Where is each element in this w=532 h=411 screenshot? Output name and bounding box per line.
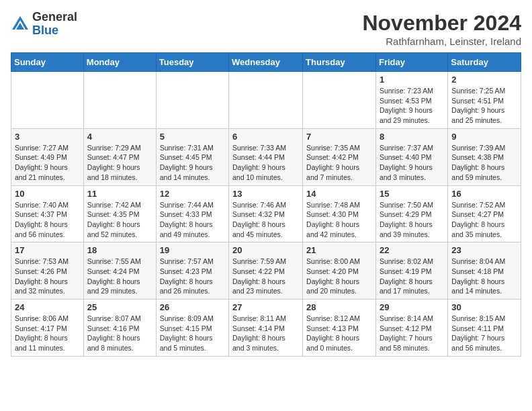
day-cell (11, 72, 84, 129)
day-info: Sunrise: 7:50 AM Sunset: 4:29 PM Dayligh… (380, 200, 444, 240)
day-info: Sunrise: 7:55 AM Sunset: 4:24 PM Dayligh… (87, 257, 152, 296)
day-info: Sunrise: 7:31 AM Sunset: 4:45 PM Dayligh… (160, 143, 225, 183)
day-cell: 10Sunrise: 7:40 AM Sunset: 4:37 PM Dayli… (11, 185, 84, 242)
day-cell: 13Sunrise: 7:46 AM Sunset: 4:32 PM Dayli… (229, 185, 303, 242)
day-cell: 11Sunrise: 7:42 AM Sunset: 4:35 PM Dayli… (83, 185, 156, 242)
title-section: November 2024 Rathfarnham, Leinster, Ire… (362, 11, 521, 47)
day-cell: 22Sunrise: 8:02 AM Sunset: 4:19 PM Dayli… (375, 242, 447, 300)
day-info: Sunrise: 8:09 AM Sunset: 4:15 PM Dayligh… (160, 314, 225, 353)
day-number: 17 (15, 245, 80, 255)
day-number: 8 (380, 132, 444, 142)
day-cell: 2Sunrise: 7:25 AM Sunset: 4:51 PM Daylig… (448, 72, 521, 129)
day-number: 13 (232, 189, 299, 199)
day-cell (229, 72, 303, 129)
calendar-table: SundayMondayTuesdayWednesdayThursdayFrid… (11, 52, 521, 357)
day-number: 19 (160, 245, 225, 255)
logo-general: General (32, 11, 77, 24)
day-cell: 25Sunrise: 8:07 AM Sunset: 4:16 PM Dayli… (83, 300, 156, 357)
week-row-3: 10Sunrise: 7:40 AM Sunset: 4:37 PM Dayli… (11, 185, 521, 242)
day-cell: 12Sunrise: 7:44 AM Sunset: 4:33 PM Dayli… (156, 185, 228, 242)
day-number: 18 (87, 245, 152, 255)
day-info: Sunrise: 8:15 AM Sunset: 4:11 PM Dayligh… (451, 314, 517, 353)
logo-icon (11, 15, 30, 34)
day-cell: 1Sunrise: 7:23 AM Sunset: 4:53 PM Daylig… (375, 72, 447, 129)
day-number: 14 (306, 189, 372, 199)
week-row-2: 3Sunrise: 7:27 AM Sunset: 4:49 PM Daylig… (11, 128, 521, 185)
day-cell: 20Sunrise: 7:59 AM Sunset: 4:22 PM Dayli… (229, 242, 303, 300)
month-title: November 2024 (362, 11, 521, 36)
day-number: 27 (232, 302, 299, 312)
day-cell: 21Sunrise: 8:00 AM Sunset: 4:20 PM Dayli… (303, 242, 376, 300)
day-info: Sunrise: 7:59 AM Sunset: 4:22 PM Dayligh… (232, 257, 299, 296)
day-number: 25 (87, 302, 152, 312)
day-cell: 24Sunrise: 8:06 AM Sunset: 4:17 PM Dayli… (11, 300, 84, 357)
day-number: 22 (380, 245, 444, 255)
day-info: Sunrise: 7:57 AM Sunset: 4:23 PM Dayligh… (160, 257, 225, 296)
day-cell: 14Sunrise: 7:48 AM Sunset: 4:30 PM Dayli… (303, 185, 376, 242)
column-header-tuesday: Tuesday (156, 53, 228, 72)
day-info: Sunrise: 7:46 AM Sunset: 4:32 PM Dayligh… (232, 200, 299, 240)
day-info: Sunrise: 7:33 AM Sunset: 4:44 PM Dayligh… (232, 143, 299, 183)
day-number: 15 (380, 189, 444, 199)
day-info: Sunrise: 8:07 AM Sunset: 4:16 PM Dayligh… (87, 314, 152, 353)
logo-text: General Blue (32, 11, 77, 38)
day-cell: 16Sunrise: 7:52 AM Sunset: 4:27 PM Dayli… (448, 185, 521, 242)
day-cell: 15Sunrise: 7:50 AM Sunset: 4:29 PM Dayli… (375, 185, 447, 242)
day-number: 29 (380, 302, 444, 312)
day-number: 24 (15, 302, 80, 312)
day-cell (156, 72, 228, 129)
day-number: 23 (451, 245, 517, 255)
week-row-1: 1Sunrise: 7:23 AM Sunset: 4:53 PM Daylig… (11, 72, 521, 129)
day-info: Sunrise: 7:35 AM Sunset: 4:42 PM Dayligh… (306, 143, 372, 183)
day-cell: 27Sunrise: 8:11 AM Sunset: 4:14 PM Dayli… (229, 300, 303, 357)
day-cell: 7Sunrise: 7:35 AM Sunset: 4:42 PM Daylig… (303, 128, 376, 185)
day-number: 5 (160, 132, 225, 142)
column-header-sunday: Sunday (11, 53, 84, 72)
day-cell: 6Sunrise: 7:33 AM Sunset: 4:44 PM Daylig… (229, 128, 303, 185)
day-cell (83, 72, 156, 129)
column-header-monday: Monday (83, 53, 156, 72)
logo-blue: Blue (32, 24, 77, 38)
day-number: 20 (232, 245, 299, 255)
day-cell: 26Sunrise: 8:09 AM Sunset: 4:15 PM Dayli… (156, 300, 228, 357)
day-cell: 8Sunrise: 7:37 AM Sunset: 4:40 PM Daylig… (375, 128, 447, 185)
day-number: 10 (15, 189, 80, 199)
header: General Blue November 2024 Rathfarnham, … (11, 11, 521, 47)
day-info: Sunrise: 8:06 AM Sunset: 4:17 PM Dayligh… (15, 314, 80, 353)
day-info: Sunrise: 8:00 AM Sunset: 4:20 PM Dayligh… (306, 257, 372, 296)
day-info: Sunrise: 8:11 AM Sunset: 4:14 PM Dayligh… (232, 314, 299, 353)
day-number: 3 (15, 132, 80, 142)
day-info: Sunrise: 8:14 AM Sunset: 4:12 PM Dayligh… (380, 314, 444, 353)
column-header-saturday: Saturday (448, 53, 521, 72)
day-number: 9 (451, 132, 517, 142)
day-number: 6 (232, 132, 299, 142)
day-number: 30 (451, 302, 517, 312)
day-cell: 18Sunrise: 7:55 AM Sunset: 4:24 PM Dayli… (83, 242, 156, 300)
location-subtitle: Rathfarnham, Leinster, Ireland (362, 36, 521, 47)
day-number: 7 (306, 132, 372, 142)
day-info: Sunrise: 7:53 AM Sunset: 4:26 PM Dayligh… (15, 257, 80, 296)
day-number: 26 (160, 302, 225, 312)
day-cell: 23Sunrise: 8:04 AM Sunset: 4:18 PM Dayli… (448, 242, 521, 300)
day-cell: 9Sunrise: 7:39 AM Sunset: 4:38 PM Daylig… (448, 128, 521, 185)
day-info: Sunrise: 7:25 AM Sunset: 4:51 PM Dayligh… (451, 86, 517, 126)
day-cell: 30Sunrise: 8:15 AM Sunset: 4:11 PM Dayli… (448, 300, 521, 357)
day-cell: 29Sunrise: 8:14 AM Sunset: 4:12 PM Dayli… (375, 300, 447, 357)
day-info: Sunrise: 7:42 AM Sunset: 4:35 PM Dayligh… (87, 200, 152, 240)
day-cell: 4Sunrise: 7:29 AM Sunset: 4:47 PM Daylig… (83, 128, 156, 185)
day-info: Sunrise: 7:44 AM Sunset: 4:33 PM Dayligh… (160, 200, 225, 240)
day-info: Sunrise: 7:52 AM Sunset: 4:27 PM Dayligh… (451, 200, 517, 240)
day-info: Sunrise: 7:23 AM Sunset: 4:53 PM Dayligh… (380, 86, 444, 126)
column-header-friday: Friday (375, 53, 447, 72)
day-info: Sunrise: 7:40 AM Sunset: 4:37 PM Dayligh… (15, 200, 80, 240)
day-info: Sunrise: 7:39 AM Sunset: 4:38 PM Dayligh… (451, 143, 517, 183)
day-info: Sunrise: 8:04 AM Sunset: 4:18 PM Dayligh… (451, 257, 517, 296)
day-cell: 3Sunrise: 7:27 AM Sunset: 4:49 PM Daylig… (11, 128, 84, 185)
day-cell: 28Sunrise: 8:12 AM Sunset: 4:13 PM Dayli… (303, 300, 376, 357)
logo: General Blue (11, 11, 77, 38)
week-row-5: 24Sunrise: 8:06 AM Sunset: 4:17 PM Dayli… (11, 300, 521, 357)
day-number: 28 (306, 302, 372, 312)
day-number: 16 (451, 189, 517, 199)
day-cell: 17Sunrise: 7:53 AM Sunset: 4:26 PM Dayli… (11, 242, 84, 300)
day-number: 4 (87, 132, 152, 142)
